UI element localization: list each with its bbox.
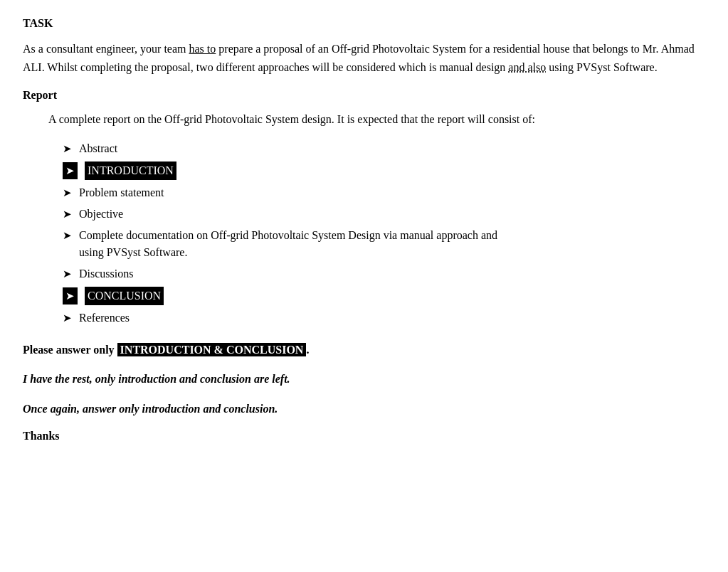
has-to-text: has to (189, 43, 216, 55)
once-again: Once again, answer only introduction and… (23, 400, 705, 418)
please-answer-before: Please answer only (23, 344, 117, 356)
task-description: As a consultant engineer, your team has … (23, 40, 705, 76)
please-answer-highlighted: INTRODUCTION & CONCLUSION (117, 343, 307, 356)
arrow-icon: ➤ (63, 266, 72, 282)
item-abstract: Abstract (79, 140, 117, 157)
arrow-icon: ➤ (63, 206, 72, 223)
task-section: TASK As a consultant engineer, your team… (23, 17, 705, 76)
and-also-text: and also (508, 61, 546, 73)
item-references: References (79, 309, 130, 327)
arrow-icon: ➤ (63, 310, 72, 327)
arrow-icon: ➤ (63, 228, 72, 244)
task-desc-part1: As a consultant engineer, your team (23, 43, 189, 55)
arrow-icon: ➤ (63, 162, 78, 180)
item-introduction: INTRODUCTION (85, 161, 176, 180)
report-list: ➤ Abstract ➤ INTRODUCTION ➤ Problem stat… (63, 140, 705, 327)
arrow-icon: ➤ (63, 141, 72, 157)
item-complete-doc-line2: using PVSyst Software. (79, 244, 497, 261)
instructions-section: Please answer only INTRODUCTION & CONCLU… (23, 341, 705, 443)
list-item: ➤ INTRODUCTION (63, 161, 705, 180)
arrow-icon: ➤ (63, 287, 78, 305)
item-complete-doc-line1: Complete documentation on Off-grid Photo… (79, 227, 497, 244)
list-item: ➤ Discussions (63, 265, 705, 282)
list-item: ➤ Objective (63, 206, 705, 223)
multi-line-content: Complete documentation on Off-grid Photo… (79, 227, 497, 261)
list-item-multiline: ➤ Complete documentation on Off-grid Pho… (63, 227, 705, 261)
list-item: ➤ References (63, 309, 705, 327)
list-item: ➤ CONCLUSION (63, 287, 705, 305)
item-objective: Objective (79, 206, 123, 223)
item-conclusion: CONCLUSION (85, 287, 164, 305)
thanks: Thanks (23, 430, 705, 443)
item-problem-statement: Problem statement (79, 184, 164, 201)
report-heading: Report (23, 89, 705, 102)
list-item: ➤ Abstract (63, 140, 705, 157)
rest-note: I have the rest, only introduction and c… (23, 370, 705, 388)
please-answer-after: . (306, 344, 309, 356)
arrow-icon: ➤ (63, 185, 72, 201)
item-discussions: Discussions (79, 265, 133, 282)
report-section: Report A complete report on the Off-grid… (23, 89, 705, 327)
task-heading: TASK (23, 17, 705, 30)
please-answer: Please answer only INTRODUCTION & CONCLU… (23, 341, 705, 359)
task-desc-part3: using PVSyst Software. (546, 61, 657, 73)
list-item: ➤ Problem statement (63, 184, 705, 201)
report-description: A complete report on the Off-grid Photov… (48, 110, 705, 129)
